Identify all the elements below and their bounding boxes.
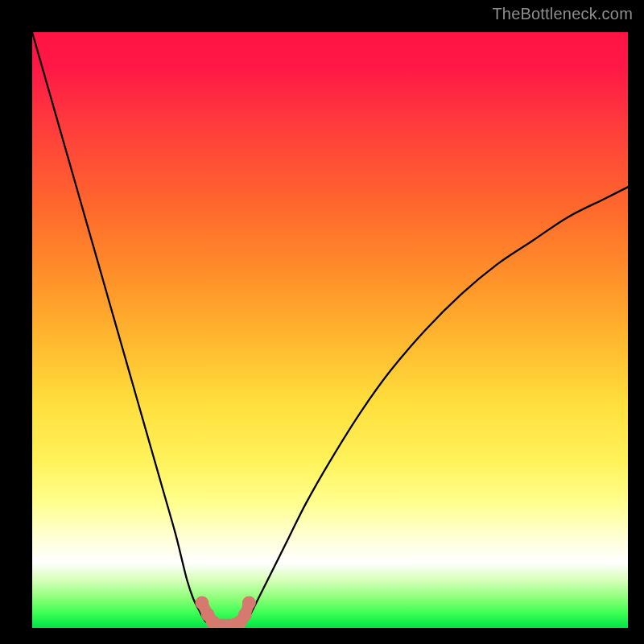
chart-frame: TheBottleneck.com: [0, 0, 644, 644]
svg-point-8: [238, 608, 252, 621]
watermark-text: TheBottleneck.com: [492, 5, 633, 23]
curve-layer: [32, 32, 628, 628]
bottleneck-curve: [32, 32, 628, 625]
plot-area: [32, 32, 628, 628]
valley-markers: [195, 596, 255, 628]
svg-point-0: [195, 596, 208, 609]
svg-point-9: [242, 596, 256, 609]
